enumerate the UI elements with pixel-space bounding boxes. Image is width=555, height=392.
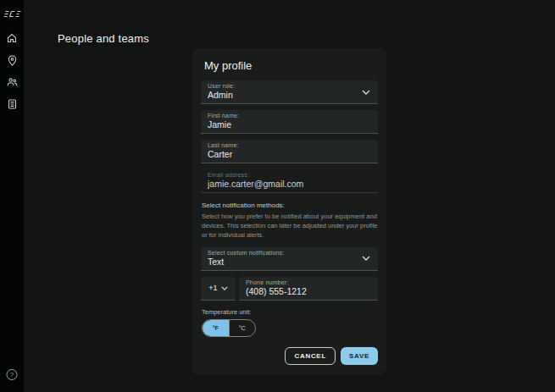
first-name-label: First name: (208, 113, 371, 119)
sidebar-item-logs[interactable] (6, 98, 18, 110)
my-profile-card: My profile User role: Admin First name: … (192, 48, 386, 375)
temperature-unit-label: Temperature unit: (202, 308, 378, 316)
temp-fahrenheit-button[interactable]: °F (203, 320, 229, 336)
country-code-value: +1 (208, 284, 217, 292)
chevron-down-icon (362, 256, 370, 261)
email-field: Email address: jamie.carter@gmail.com (201, 169, 378, 193)
cancel-button[interactable]: CANCEL (285, 347, 336, 365)
sidebar-nav (6, 32, 18, 110)
first-name-value: Jamie (208, 119, 371, 130)
phone-number-value: (408) 555-1212 (246, 286, 371, 296)
temperature-unit-toggle: °F °C (202, 319, 256, 337)
card-actions: CANCEL SAVE (201, 347, 378, 365)
chevron-down-icon (221, 286, 228, 290)
save-button[interactable]: SAVE (341, 347, 378, 365)
sidebar-item-locations[interactable] (6, 54, 18, 66)
phone-number-field[interactable]: Phone number: (408) 555-1212 (239, 277, 378, 301)
temp-celsius-button[interactable]: °C (229, 320, 256, 336)
help-icon[interactable]: ? (7, 369, 18, 380)
people-icon (7, 77, 18, 87)
user-role-label: User role: (208, 83, 371, 89)
custom-notifications-select[interactable]: Select custom notifications: Text (201, 247, 378, 271)
email-label: Email address: (208, 172, 371, 178)
sidebar-item-home[interactable] (6, 32, 18, 44)
user-role-value: Admin (208, 90, 371, 100)
custom-notifications-value: Text (208, 257, 371, 267)
document-icon (8, 99, 17, 109)
phone-row: +1 Phone number: (408) 555-1212 (201, 277, 378, 301)
last-name-label: Last name: (208, 142, 371, 148)
brand-logo-mark (3, 10, 21, 18)
home-icon (7, 33, 17, 43)
user-role-select[interactable]: User role: Admin (201, 80, 378, 104)
brand-logo[interactable] (3, 9, 21, 18)
card-title: My profile (204, 59, 378, 72)
phone-number-label: Phone number: (246, 279, 371, 285)
first-name-field[interactable]: First name: Jamie (201, 110, 378, 134)
last-name-field[interactable]: Last name: Carter (201, 140, 378, 163)
country-code-select[interactable]: +1 (201, 277, 236, 301)
email-value: jamie.carter@gmail.com (208, 179, 371, 189)
sidebar: ? (0, 0, 24, 392)
notification-methods-label: Select notification methods: (202, 202, 378, 209)
location-pin-icon (8, 55, 17, 66)
notification-methods-description: Select how you prefer to be notified abo… (202, 213, 379, 240)
page-title: People and teams (58, 32, 149, 45)
chevron-down-icon (362, 90, 370, 95)
help-glyph: ? (10, 371, 14, 378)
sidebar-item-people-teams[interactable] (6, 76, 18, 88)
last-name-value: Carter (208, 149, 371, 159)
custom-notifications-label: Select custom notifications: (208, 250, 371, 256)
